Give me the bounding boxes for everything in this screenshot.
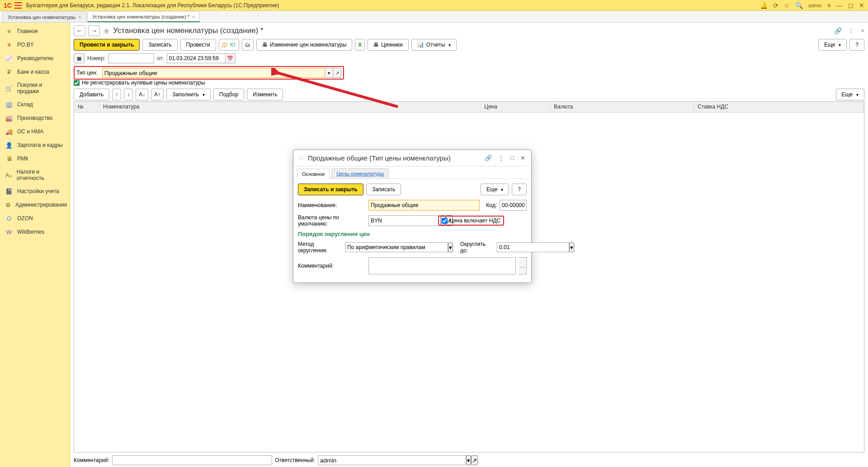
dialog-save-button[interactable]: Записать <box>366 184 401 195</box>
price-type-combo[interactable]: ▾ ↗ <box>102 68 341 78</box>
currency-input[interactable] <box>368 215 441 226</box>
maximize-icon[interactable]: ◻ <box>848 2 854 9</box>
table-more-button[interactable]: Еще <box>836 89 864 100</box>
link-icon[interactable]: 🔗 <box>834 27 842 34</box>
comment-input[interactable] <box>112 455 272 465</box>
combo-open-icon[interactable]: ↗ <box>333 68 341 78</box>
minimize-icon[interactable]: — <box>836 2 843 9</box>
fill-button[interactable]: Заполнить <box>166 89 211 100</box>
sidebar-label: Wildberries <box>17 229 44 235</box>
move-up-button[interactable]: ↑ <box>112 89 121 100</box>
favorite-star-icon[interactable]: ★ <box>103 26 110 36</box>
tab-close-icon[interactable]: × <box>78 14 81 20</box>
move-down-button[interactable]: ↓ <box>124 89 133 100</box>
sidebar-item[interactable]: 🚚ОС и НМА <box>0 125 70 138</box>
round-input[interactable] <box>497 242 569 252</box>
history-icon[interactable]: ⟳ <box>773 2 778 9</box>
close-icon[interactable]: ✕ <box>859 2 864 9</box>
sidebar-item[interactable]: 🏢Склад <box>0 98 70 111</box>
sidebar-item[interactable]: ₽Банк и касса <box>0 65 70 79</box>
dialog-save-close-button[interactable]: Записать и закрыть <box>298 184 363 195</box>
col-currency[interactable]: Валюта <box>550 102 694 112</box>
dialog-tab-prices[interactable]: Цены номенклатуры <box>331 168 389 179</box>
sidebar-item[interactable]: 🖥РМК <box>0 152 70 165</box>
save-button[interactable]: Записать <box>142 39 177 51</box>
username[interactable]: admin <box>808 3 822 8</box>
dialog-star-icon[interactable]: ☆ <box>298 154 304 162</box>
star-icon[interactable]: ☆ <box>784 2 790 9</box>
combo-dropdown-icon[interactable]: ▾ <box>325 68 333 78</box>
bell-icon[interactable]: 🔔 <box>760 2 768 9</box>
sidebar-item[interactable]: WWildberries <box>0 225 70 239</box>
calendar-icon[interactable]: 📅 <box>226 53 236 63</box>
forward-button[interactable]: → <box>88 25 100 36</box>
post-button[interactable]: Провести <box>180 39 216 51</box>
sidebar-item[interactable]: 🏭Производство <box>0 111 70 125</box>
view-mode-icon[interactable]: ▦ <box>74 53 85 63</box>
price-type-dialog: ☆ Продажные общие (Тип цены номенклатуры… <box>293 150 532 283</box>
dialog-kebab-icon[interactable]: ⋮ <box>497 155 505 161</box>
sidebar-item[interactable]: 🛒Покупки и продажи <box>0 79 70 98</box>
combo-dropdown-icon[interactable]: ▾ <box>448 242 453 252</box>
reports-button[interactable]: 📊Отчеты <box>411 39 457 51</box>
tab-item[interactable]: Установка цен номенклатуры × <box>3 11 86 22</box>
currency-combo[interactable]: ▾ ↗ <box>368 215 435 226</box>
combo-dropdown-icon[interactable]: ▾ <box>569 242 574 252</box>
dialog-more-button[interactable]: Еще <box>481 184 509 195</box>
dlg-comment-input[interactable] <box>368 257 516 274</box>
method-input[interactable] <box>345 242 448 252</box>
combo-dropdown-icon[interactable]: ▾ <box>466 455 471 465</box>
structure-icon-button[interactable]: 🗂 <box>242 39 254 51</box>
round-combo[interactable]: ▾ <box>497 242 527 252</box>
dialog-tab-main[interactable]: Основное <box>297 169 330 179</box>
price-change-button[interactable]: 🖶Изменение цен номенклатуры <box>256 39 353 51</box>
settings-icon[interactable]: ≡ <box>827 2 831 9</box>
col-vat[interactable]: Ставка НДС <box>694 102 864 112</box>
edit-button[interactable]: Изменить <box>247 89 283 100</box>
col-price[interactable]: Цена <box>481 102 550 112</box>
name-input[interactable] <box>368 200 480 211</box>
sidebar-item[interactable]: ≡Главное <box>0 24 70 38</box>
dialog-link-icon[interactable]: 🔗 <box>483 155 493 161</box>
dialog-help-button[interactable]: ? <box>512 184 527 195</box>
close-page-icon[interactable]: × <box>861 27 864 34</box>
add-button[interactable]: Добавить <box>74 89 109 100</box>
tab-item-active[interactable]: Установка цен номенклатуры (создание) * … <box>87 11 200 22</box>
menu-icon[interactable] <box>14 2 22 9</box>
pricetags-button[interactable]: 🖶Ценники <box>368 39 408 51</box>
excel-icon-button[interactable]: X <box>355 39 365 51</box>
sidebar-item[interactable]: AₓНалоги и отчетность <box>0 165 70 184</box>
sidebar-item[interactable]: 📓Настройки учета <box>0 184 70 198</box>
col-n[interactable]: № <box>74 102 99 112</box>
zero-price-checkbox[interactable] <box>74 80 80 86</box>
sidebar-item[interactable]: ⚙Администрирование <box>0 198 70 212</box>
sidebar-item[interactable]: 👤Зарплата и кадры <box>0 138 70 152</box>
sort-desc-button[interactable]: A↑ <box>151 89 164 100</box>
sidebar-item[interactable]: ✳PO.BY <box>0 38 70 52</box>
responsible-combo[interactable]: ▾ ↗ <box>318 455 478 465</box>
sidebar-item[interactable]: OOZON <box>0 212 70 225</box>
dialog-maximize-icon[interactable]: □ <box>509 155 515 161</box>
tab-close-icon[interactable]: × <box>192 14 195 19</box>
dialog-close-icon[interactable]: ✕ <box>519 155 527 161</box>
comment-expand-icon[interactable]: … <box>519 257 527 274</box>
col-nomenclature[interactable]: Номенклатура <box>99 102 481 112</box>
kebab-icon[interactable]: ⋮ <box>848 27 854 34</box>
code-input[interactable] <box>500 200 527 211</box>
price-type-input[interactable] <box>102 68 325 78</box>
help-button[interactable]: ? <box>849 39 864 51</box>
post-and-close-button[interactable]: Провести и закрыть <box>74 39 140 51</box>
more-button[interactable]: Еще <box>818 39 847 51</box>
method-combo[interactable]: ▾ <box>345 242 453 252</box>
sort-asc-button[interactable]: A↓ <box>136 89 148 100</box>
responsible-input[interactable] <box>318 455 466 465</box>
back-button[interactable]: ← <box>74 25 85 36</box>
date-input[interactable] <box>167 53 226 63</box>
combo-open-icon[interactable]: ↗ <box>471 455 478 465</box>
select-button[interactable]: Подбор <box>213 89 244 100</box>
dtkt-icon-button[interactable]: ДтКт <box>219 39 239 51</box>
sidebar-item[interactable]: 📈Руководителю <box>0 52 70 65</box>
vat-includes-checkbox[interactable] <box>442 218 448 224</box>
search-icon[interactable]: 🔍 <box>795 2 803 9</box>
number-input[interactable] <box>108 53 154 63</box>
